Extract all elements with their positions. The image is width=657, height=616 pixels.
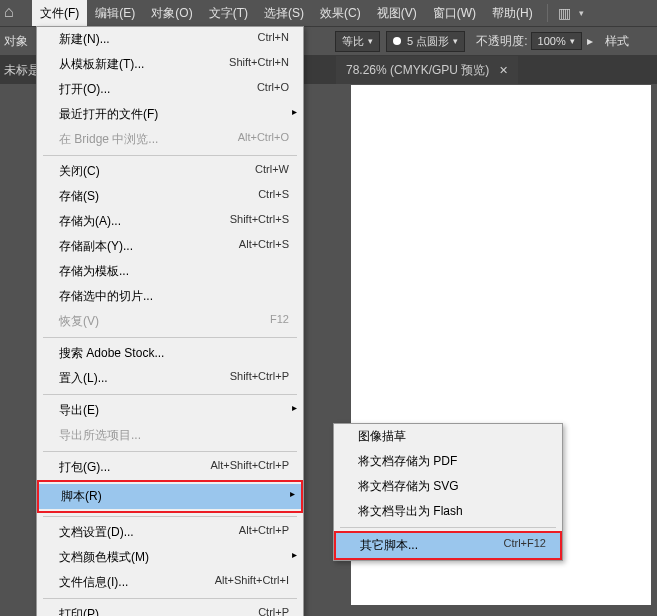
chevron-right-icon[interactable]: ▸ — [587, 34, 593, 48]
menu-adobestock[interactable]: 搜索 Adobe Stock... — [37, 341, 303, 366]
highlight-box-other-scripts: 其它脚本...Ctrl+F12 — [334, 531, 562, 560]
close-icon[interactable]: ✕ — [499, 64, 508, 77]
menu-close[interactable]: 关闭(C)Ctrl+W — [37, 159, 303, 184]
style-label[interactable]: 样式 — [605, 33, 629, 50]
align-dropdown[interactable]: 等比▾ — [335, 31, 380, 52]
separator — [340, 527, 556, 528]
submenu-export-flash[interactable]: 将文档导出为 Flash — [334, 499, 562, 524]
menu-fileinfo[interactable]: 文件信息(I)...Alt+Shift+Ctrl+I — [37, 570, 303, 595]
chevron-down-icon: ▾ — [570, 36, 575, 46]
layout-icon[interactable]: ▥ — [558, 5, 571, 21]
opacity-input[interactable]: 100%▾ — [531, 32, 582, 50]
menu-edit[interactable]: 编辑(E) — [87, 0, 143, 26]
menu-package[interactable]: 打包(G)...Alt+Shift+Ctrl+P — [37, 455, 303, 480]
menu-export[interactable]: 导出(E)▸ — [37, 398, 303, 423]
opacity-label: 不透明度: — [476, 33, 527, 50]
highlight-box-scripts: 脚本(R)▸ — [37, 480, 303, 513]
submenu-save-pdf[interactable]: 将文档存储为 PDF — [334, 449, 562, 474]
menu-print[interactable]: 打印(P)...Ctrl+P — [37, 602, 303, 616]
stroke-dropdown[interactable]: 5 点圆形▾ — [386, 31, 465, 52]
chevron-right-icon: ▸ — [290, 488, 295, 499]
menu-help[interactable]: 帮助(H) — [484, 0, 541, 26]
chevron-right-icon: ▸ — [292, 106, 297, 117]
document-tab[interactable]: 78.26% (CMYK/GPU 预览) ✕ — [336, 56, 518, 84]
separator — [43, 337, 297, 338]
menu-recent[interactable]: 最近打开的文件(F)▸ — [37, 102, 303, 127]
menu-view[interactable]: 视图(V) — [369, 0, 425, 26]
menu-select[interactable]: 选择(S) — [256, 0, 312, 26]
home-icon[interactable]: ⌂ — [4, 3, 14, 21]
menu-saveselslice[interactable]: 存储选中的切片... — [37, 284, 303, 309]
separator — [43, 451, 297, 452]
menu-object[interactable]: 对象(O) — [143, 0, 200, 26]
menu-savetemplate[interactable]: 存储为模板... — [37, 259, 303, 284]
menu-colormode[interactable]: 文档颜色模式(M)▸ — [37, 545, 303, 570]
chevron-down-icon: ▾ — [368, 36, 373, 46]
chevron-down-icon: ▾ — [453, 36, 458, 46]
scripts-submenu: 图像描草 将文档存储为 PDF 将文档存储为 SVG 将文档导出为 Flash … — [333, 423, 563, 561]
menu-place[interactable]: 置入(L)...Shift+Ctrl+P — [37, 366, 303, 391]
menu-revert[interactable]: 恢复(V)F12 — [37, 309, 303, 334]
separator — [43, 516, 297, 517]
file-menu-dropdown: 新建(N)...Ctrl+N 从模板新建(T)...Shift+Ctrl+N 打… — [36, 26, 304, 616]
submenu-image-trace[interactable]: 图像描草 — [334, 424, 562, 449]
opacity-value: 100% — [538, 35, 566, 47]
chevron-right-icon: ▸ — [292, 549, 297, 560]
menu-text[interactable]: 文字(T) — [201, 0, 256, 26]
menu-open[interactable]: 打开(O)...Ctrl+O — [37, 77, 303, 102]
menu-new[interactable]: 新建(N)...Ctrl+N — [37, 27, 303, 52]
menu-window[interactable]: 窗口(W) — [425, 0, 484, 26]
menu-docsetup[interactable]: 文档设置(D)...Alt+Ctrl+P — [37, 520, 303, 545]
chevron-down-icon[interactable]: ▾ — [579, 8, 584, 18]
stroke-value: 5 点圆形 — [407, 34, 449, 49]
menu-new-template[interactable]: 从模板新建(T)...Shift+Ctrl+N — [37, 52, 303, 77]
tab-title: 78.26% (CMYK/GPU 预览) — [346, 62, 489, 79]
menu-file[interactable]: 文件(F) — [32, 0, 87, 26]
dot-icon — [393, 37, 401, 45]
separator — [43, 394, 297, 395]
menu-saveas[interactable]: 存储为(A)...Shift+Ctrl+S — [37, 209, 303, 234]
submenu-other-scripts[interactable]: 其它脚本...Ctrl+F12 — [336, 533, 560, 558]
menu-save[interactable]: 存储(S)Ctrl+S — [37, 184, 303, 209]
menubar: 文件(F) 编辑(E) 对象(O) 文字(T) 选择(S) 效果(C) 视图(V… — [0, 0, 657, 26]
menu-exportsel[interactable]: 导出所选项目... — [37, 423, 303, 448]
chevron-right-icon: ▸ — [292, 402, 297, 413]
align-value: 等比 — [342, 34, 364, 49]
separator — [43, 155, 297, 156]
toolbar-context-label: 对象 — [4, 33, 28, 50]
menu-scripts[interactable]: 脚本(R)▸ — [39, 484, 301, 509]
separator — [547, 4, 548, 22]
submenu-save-svg[interactable]: 将文档存储为 SVG — [334, 474, 562, 499]
menu-bridge[interactable]: 在 Bridge 中浏览...Alt+Ctrl+O — [37, 127, 303, 152]
menu-effect[interactable]: 效果(C) — [312, 0, 369, 26]
menu-savecopy[interactable]: 存储副本(Y)...Alt+Ctrl+S — [37, 234, 303, 259]
separator — [43, 598, 297, 599]
